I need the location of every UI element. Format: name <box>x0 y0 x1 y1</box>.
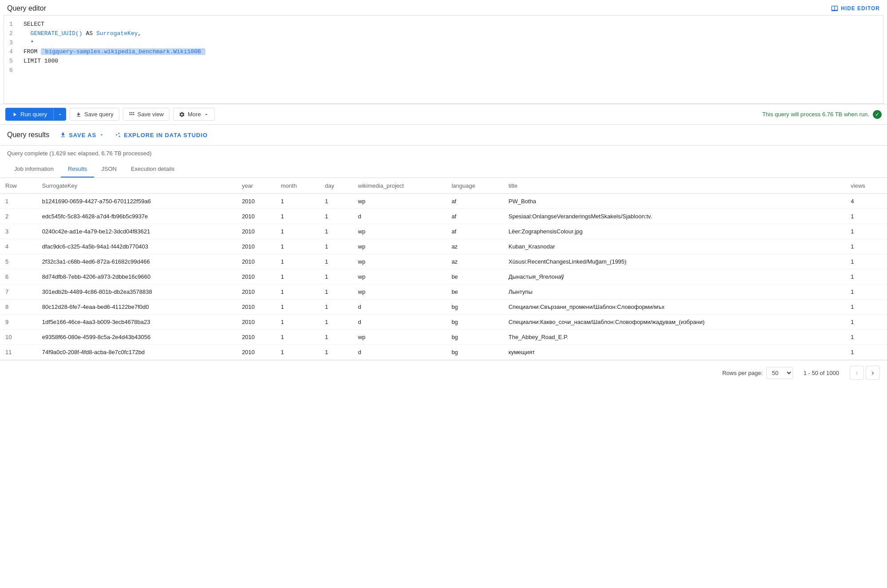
rows-per-page-select[interactable]: 50 100 200 <box>766 367 793 379</box>
cell-row: 9 <box>0 315 37 330</box>
save-as-dropdown-icon <box>99 132 104 138</box>
line-number: 6 <box>9 66 16 75</box>
cell-lang: bg <box>446 300 503 315</box>
cell-key: 2f32c3a1-c68b-4ed6-872a-61682c99d466 <box>37 254 237 269</box>
save-query-icon <box>75 111 82 118</box>
query-status-text: Query complete (1.629 sec elapsed, 6.76 … <box>7 150 152 157</box>
cell-title: Лынтупы <box>503 284 845 300</box>
cell-views: 1 <box>845 224 887 239</box>
tab-json[interactable]: JSON <box>94 161 124 178</box>
status-check-icon: ✓ <box>873 110 882 119</box>
cell-title: Специални:Свързани_промени/Шаблон:Словоф… <box>503 300 845 315</box>
cell-project: d <box>353 209 446 224</box>
run-query-dropdown[interactable] <box>53 109 66 120</box>
line-number: 2 <box>9 29 16 39</box>
col-wikimedia-project: wikimedia_project <box>353 178 446 194</box>
save-as-icon <box>60 132 66 138</box>
cell-key: dfac9dc6-c325-4a5b-94a1-f442db770403 <box>37 239 237 254</box>
svg-rect-0 <box>130 112 130 113</box>
cell-key: 80c12d28-6fe7-4eaa-bed6-41122be7f0d0 <box>37 300 237 315</box>
cell-key: 74f9a0c0-208f-4fd8-acba-8e7c0fc172bd <box>37 345 237 360</box>
table-row: 2 edc545fc-5c83-4628-a7d4-fb96b5c9937e 2… <box>0 209 887 224</box>
table-body: 1 b1241690-0659-4427-a750-6701122f59a6 2… <box>0 194 887 360</box>
cell-month: 1 <box>276 300 320 315</box>
cell-title: Spesiaal:OnlangseVeranderingsMetSkakels/… <box>503 209 845 224</box>
table-header: Row SurrogateKey year month day wikimedi… <box>0 178 887 194</box>
run-icon <box>12 111 18 118</box>
code-line-6: 6 <box>9 66 878 75</box>
code-line-5: 5 LIMIT 1000 <box>9 57 878 66</box>
table-row: 4 dfac9dc6-c325-4a5b-94a1-f442db770403 2… <box>0 239 887 254</box>
cell-row: 11 <box>0 345 37 360</box>
cell-year: 2010 <box>237 194 276 209</box>
cell-title: The_Abbey_Road_E.P. <box>503 330 845 345</box>
tab-results[interactable]: Results <box>61 161 94 178</box>
query-editor-header: Query editor HIDE EDITOR <box>0 0 887 15</box>
cell-lang: az <box>446 239 503 254</box>
cell-year: 2010 <box>237 239 276 254</box>
cell-key: 0240c42e-ad1e-4a79-be12-3dcd04f83621 <box>37 224 237 239</box>
dropdown-arrow-icon <box>57 112 63 117</box>
cell-views: 1 <box>845 345 887 360</box>
line-number: 3 <box>9 39 16 48</box>
save-query-label: Save query <box>84 111 114 118</box>
save-view-label: Save view <box>138 111 164 118</box>
cell-month: 1 <box>276 315 320 330</box>
rows-per-page-label: Rows per page: <box>722 370 763 376</box>
explore-icon <box>115 132 121 138</box>
cell-day: 1 <box>319 254 352 269</box>
cell-lang: bg <box>446 315 503 330</box>
tab-job-information[interactable]: Job information <box>7 161 61 178</box>
table-row: 11 74f9a0c0-208f-4fd8-acba-8e7c0fc172bd … <box>0 345 887 360</box>
table-row: 6 8d74dfb8-7ebb-4206-a973-2dbbe16c9660 2… <box>0 269 887 284</box>
toolbar-left: Run query Save query <box>5 108 215 121</box>
page-navigation: ‹ › <box>850 366 880 380</box>
cell-month: 1 <box>276 239 320 254</box>
run-query-main[interactable]: Run query <box>5 108 53 121</box>
cell-day: 1 <box>319 209 352 224</box>
cell-project: d <box>353 300 446 315</box>
cell-month: 1 <box>276 209 320 224</box>
status-text: This query will process 6.76 TB when run… <box>762 111 869 118</box>
explore-data-studio-button[interactable]: EXPLORE IN DATA STUDIO <box>115 132 208 138</box>
cell-key: e9358f66-080e-4599-8c5a-2e4d43b43056 <box>37 330 237 345</box>
cell-views: 1 <box>845 269 887 284</box>
hide-editor-button[interactable]: HIDE EDITOR <box>831 5 880 12</box>
save-view-button[interactable]: Save view <box>123 108 170 121</box>
cell-row: 5 <box>0 254 37 269</box>
save-view-icon <box>129 111 135 118</box>
save-as-label: SAVE AS <box>69 132 96 138</box>
table-row: 5 2f32c3a1-c68b-4ed6-872a-61682c99d466 2… <box>0 254 887 269</box>
table-row: 8 80c12d28-6fe7-4eaa-bed6-41122be7f0d0 2… <box>0 300 887 315</box>
cell-key: b1241690-0659-4427-a750-6701122f59a6 <box>37 194 237 209</box>
next-page-button[interactable]: › <box>866 366 880 380</box>
cell-year: 2010 <box>237 345 276 360</box>
cell-project: wp <box>353 239 446 254</box>
run-query-button[interactable]: Run query <box>5 108 66 121</box>
gear-icon <box>179 111 185 118</box>
cell-lang: be <box>446 284 503 300</box>
run-query-label: Run query <box>20 111 47 118</box>
cell-views: 1 <box>845 300 887 315</box>
cell-day: 1 <box>319 239 352 254</box>
prev-page-button[interactable]: ‹ <box>850 366 864 380</box>
cell-views: 1 <box>845 284 887 300</box>
col-language: language <box>446 178 503 194</box>
more-button[interactable]: More <box>173 108 215 121</box>
tab-execution-details[interactable]: Execution details <box>124 161 181 178</box>
more-dropdown-icon <box>204 112 209 117</box>
col-year: year <box>237 178 276 194</box>
cell-project: wp <box>353 224 446 239</box>
table-row: 10 e9358f66-080e-4599-8c5a-2e4d43b43056 … <box>0 330 887 345</box>
results-title: Query results <box>7 131 49 139</box>
svg-rect-1 <box>131 112 132 113</box>
cell-lang: be <box>446 269 503 284</box>
code-editor[interactable]: 1 SELECT 2 GENERATE_UUID() AS SurrogateK… <box>4 15 883 104</box>
cell-day: 1 <box>319 224 352 239</box>
cell-project: wp <box>353 254 446 269</box>
cell-project: wp <box>353 269 446 284</box>
save-query-button[interactable]: Save query <box>70 108 119 121</box>
save-as-button[interactable]: SAVE AS <box>60 132 104 138</box>
cell-row: 8 <box>0 300 37 315</box>
cell-day: 1 <box>319 194 352 209</box>
